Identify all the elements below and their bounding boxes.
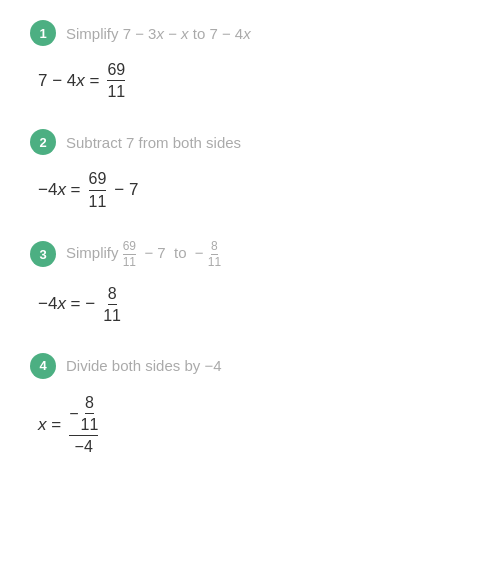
step-2: 2 Subtract 7 from both sides −4x = 69 11… — [30, 129, 470, 210]
step-1-numer: 69 — [107, 60, 125, 81]
step-4-inner-numer: 8 — [85, 393, 94, 414]
step-1-fraction: 69 11 — [107, 60, 125, 101]
step-2-denom: 11 — [89, 191, 107, 211]
step-3-fraction: 8 11 — [103, 284, 121, 325]
step-4-outer-denom: −4 — [75, 436, 93, 456]
step-4-lhs: x = — [38, 415, 61, 435]
step-3: 3 Simplify 69 11 − 7 to − 8 11 −4x = − 8… — [30, 239, 470, 325]
step-4-header: 4 Divide both sides by −4 — [30, 353, 470, 379]
step-2-fraction: 69 11 — [89, 169, 107, 210]
step-1-lhs: 7 − 4x = — [38, 71, 99, 91]
step-2-rhs-extra: − 7 — [114, 180, 138, 200]
step-3-numer: 8 — [108, 284, 117, 305]
step-4-badge: 4 — [30, 353, 56, 379]
step-4-description: Divide both sides by −4 — [66, 357, 222, 374]
step-4-outer-numer: − 8 11 — [69, 393, 98, 436]
step-4-inner-denom: 11 — [81, 414, 99, 434]
step-4-inner-fraction: 8 11 — [81, 393, 99, 434]
step-4-neg-sign: − — [69, 404, 78, 423]
step-3-denom: 11 — [103, 305, 121, 325]
step-2-numer: 69 — [89, 169, 107, 190]
step-2-header: 2 Subtract 7 from both sides — [30, 129, 470, 155]
step-3-header: 3 Simplify 69 11 − 7 to − 8 11 — [30, 239, 470, 270]
step-1-badge: 1 — [30, 20, 56, 46]
step-3-description: Simplify 69 11 − 7 to − 8 11 — [66, 239, 221, 270]
step-2-description: Subtract 7 from both sides — [66, 134, 241, 151]
step-2-lhs: −4x = — [38, 180, 81, 200]
step-1-description: Simplify 7 − 3x − x to 7 − 4x — [66, 25, 251, 42]
step-3-badge: 3 — [30, 241, 56, 267]
step-4-big-fraction: − 8 11 −4 — [69, 393, 98, 457]
step-1: 1 Simplify 7 − 3x − x to 7 − 4x 7 − 4x =… — [30, 20, 470, 101]
step-2-badge: 2 — [30, 129, 56, 155]
step-2-equation: −4x = 69 11 − 7 — [38, 169, 470, 210]
step-1-header: 1 Simplify 7 − 3x − x to 7 − 4x — [30, 20, 470, 46]
step-4: 4 Divide both sides by −4 x = − 8 11 −4 — [30, 353, 470, 457]
step-3-lhs: −4x = − — [38, 294, 95, 314]
step-1-denom: 11 — [107, 81, 125, 101]
step-3-equation: −4x = − 8 11 — [38, 284, 470, 325]
step-4-equation: x = − 8 11 −4 — [38, 393, 470, 457]
step-1-equation: 7 − 4x = 69 11 — [38, 60, 470, 101]
